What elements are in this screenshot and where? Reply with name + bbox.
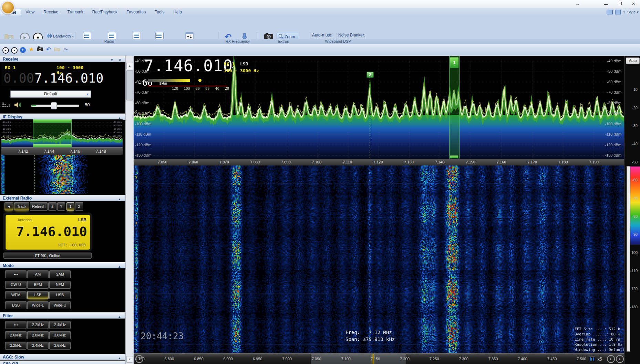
mode-button-usb[interactable]: USB <box>49 291 71 299</box>
if-display-header[interactable]: IF Display ▴ <box>0 114 125 120</box>
qat-play-button[interactable]: ▶ <box>2 46 9 53</box>
ext-radio-vfo1-button[interactable]: 1 <box>66 202 74 211</box>
tab-rec-playback[interactable]: Rec/Playback <box>88 9 122 15</box>
qat-folder-icon[interactable] <box>54 46 60 53</box>
mode-button-cwu[interactable]: CW-U <box>5 281 27 289</box>
qat-favourite-star-icon[interactable]: ★ <box>28 46 34 53</box>
qat-undo-button[interactable]: ↶ <box>45 46 52 53</box>
if-waterfall-display[interactable] <box>1 155 123 194</box>
mode-button-widel[interactable]: Wide-L <box>27 301 49 309</box>
rx-passband-marker[interactable]: 1 <box>449 56 460 159</box>
bandwidth-button[interactable]: Bandwidth▾ <box>47 33 73 39</box>
filter-panel-header[interactable]: Filter ▴ <box>0 312 125 319</box>
panel-dropdown-icon[interactable]: ▾ <box>111 57 113 63</box>
qat-camera-icon[interactable] <box>37 46 43 53</box>
mode-button-bfm[interactable]: BFM <box>27 281 49 289</box>
scale-tick-label: -30 <box>624 124 639 128</box>
collapse-icon[interactable]: ▴ <box>118 263 121 269</box>
close-button[interactable]: ✕ <box>628 1 639 7</box>
mode-button-more[interactable]: ••• <box>5 270 27 278</box>
if-passband-region[interactable] <box>33 119 72 147</box>
mode-button-wideu[interactable]: Wide-U <box>49 301 71 309</box>
meter-tick-label: -20 <box>223 87 229 90</box>
qat-overflow-button[interactable]: =▾ <box>63 46 69 53</box>
tab-view[interactable]: View <box>21 9 39 15</box>
dropdown-icon[interactable]: ▾ <box>118 362 121 364</box>
scale-tick-label: -90 <box>624 232 639 236</box>
tab-transmit[interactable]: Transmit <box>63 9 88 15</box>
speed-label[interactable]: x5 <box>598 357 602 362</box>
scroll-left-button[interactable]: ◄ <box>135 355 143 363</box>
band-navigation-bar[interactable]: 6.7506.8006.8506.9006.9507.0007.0507.100… <box>134 353 624 364</box>
qat-stop-button[interactable]: ■ <box>11 46 17 53</box>
rx-frequency-display[interactable]: RX 1 100 - 3000 Hz 0.00 7.146.010 <box>1 63 90 86</box>
collapse-icon[interactable]: ▴ <box>118 196 121 202</box>
ext-radio-help-button[interactable]: ? <box>57 202 65 211</box>
peak-check-icon: ✓ <box>231 65 235 69</box>
scroll-down-icon[interactable]: ▼ <box>126 356 133 363</box>
mode-button-dsb[interactable]: DSB <box>5 301 27 309</box>
dbm-label: -70 dBm <box>135 90 152 94</box>
agc-panel-header[interactable]: AGC: Slow ▴ <box>0 354 125 360</box>
help-badge-icon[interactable]: ? <box>623 10 625 14</box>
filter-button[interactable]: 2.6kHz <box>5 331 27 339</box>
app-logo-icon[interactable] <box>1 1 15 14</box>
ext-radio-send-button[interactable]: ◄ <box>4 202 13 211</box>
style-menu[interactable]: Style ▾ <box>627 10 639 14</box>
qat-add-button[interactable]: + <box>20 46 26 53</box>
filter-button[interactable]: 2.4kHz <box>49 321 71 329</box>
marker-2[interactable]: 2 <box>367 72 374 78</box>
maximize-button[interactable] <box>614 1 626 7</box>
volume-slider-thumb[interactable] <box>51 102 57 109</box>
ext-radio-track-button[interactable]: Track <box>14 202 29 211</box>
ext-radio-plusminus-button[interactable]: ± <box>48 202 56 211</box>
filter-button[interactable]: 3.4kHz <box>27 342 49 350</box>
collapse-icon[interactable]: ▴ <box>118 355 121 361</box>
spectrum-frequency-axis[interactable]: 7.0507.0607.0707.0807.0907.1007.1107.120… <box>134 159 624 166</box>
scroll-up-icon[interactable]: ▲ <box>126 63 133 69</box>
play-button[interactable]: ► <box>607 355 615 363</box>
waterfall-display[interactable] <box>134 165 624 353</box>
band-scale-label: 7.200 <box>400 357 410 361</box>
auto-scale-button[interactable]: Auto <box>626 57 640 64</box>
mode-button-am[interactable]: AM <box>27 270 49 278</box>
tab-receive[interactable]: Receive <box>39 9 63 15</box>
display-1-icon[interactable] <box>607 10 613 14</box>
frequency-digits[interactable]: 7.146.010 <box>34 71 103 86</box>
tab-help[interactable]: Help <box>169 9 186 15</box>
display-2-icon[interactable] <box>615 10 621 14</box>
cw-panel-header[interactable]: CW: Off ▾ <box>0 361 125 364</box>
mode-button-nfm[interactable]: NFM <box>49 281 71 289</box>
arrange-icon[interactable]: ↔ <box>572 1 584 7</box>
panel-close-icon[interactable]: ✕ <box>118 57 122 63</box>
scroll-right-button[interactable]: ► <box>616 355 624 363</box>
mode-button-lsb[interactable]: LSB <box>27 291 49 299</box>
filter-button[interactable]: 2.2kHz <box>27 321 49 329</box>
tab-favourites[interactable]: Favourites <box>122 9 150 15</box>
waterfall-view-icon[interactable] <box>589 356 595 363</box>
collapse-icon[interactable]: ▴ <box>118 313 121 320</box>
filter-button[interactable]: 3.2kHz <box>5 342 27 350</box>
ext-radio-refresh-button[interactable]: Refresh <box>30 202 48 211</box>
sidebar-scrollbar[interactable]: ▲ ▼ <box>125 56 133 364</box>
receive-panel-header[interactable]: Receive ▾ ✕ <box>0 56 125 62</box>
external-radio-lcd[interactable]: Antenna LSB 7.146.010 RIT: +00.000 <box>6 215 90 250</box>
marker-1[interactable]: 1 <box>450 57 459 68</box>
tab-tools[interactable]: Tools <box>150 9 169 15</box>
preset-select[interactable]: Default ▾ <box>10 90 91 98</box>
ext-radio-vfo2-button[interactable]: 2 <box>75 202 83 211</box>
mode-panel-header[interactable]: Mode ▴ <box>0 262 125 268</box>
signal-meter-bar <box>148 79 190 82</box>
filter-button[interactable]: ••• <box>5 321 27 329</box>
minimize-button[interactable] <box>600 1 612 7</box>
speaker-icon[interactable] <box>14 101 22 110</box>
levels-icon[interactable] <box>2 102 10 110</box>
filter-button[interactable]: 2.8kHz <box>27 331 49 339</box>
filter-button[interactable]: 3.6kHz <box>49 342 71 350</box>
mode-button-sam[interactable]: SAM <box>49 270 71 278</box>
scrollbar-thumb[interactable] <box>126 70 133 100</box>
mode-button-wfm[interactable]: WFM <box>5 291 27 299</box>
spectrum-passband-label: 100 - 3000 Hz <box>224 68 259 73</box>
filter-button[interactable]: 3.0kHz <box>49 331 71 339</box>
external-radio-header[interactable]: External Radio ▴ <box>0 195 125 201</box>
